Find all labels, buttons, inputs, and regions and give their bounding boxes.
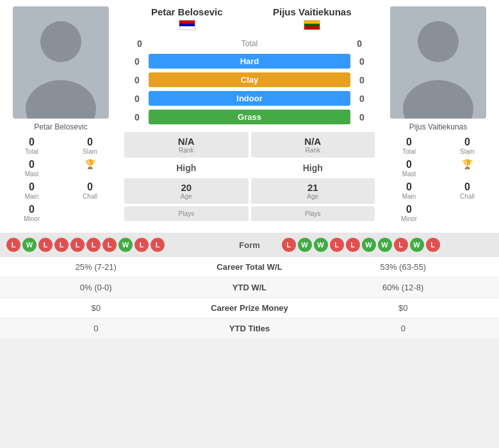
left-trophy: 🏆 — [61, 158, 119, 179]
left-info-cards: N/A Rank High 20 Age Plays — [124, 132, 249, 221]
stats-right-2: $0 — [314, 303, 493, 313]
left-plays-card: Plays — [124, 206, 249, 221]
top-names-block: Petar Belosevic Pijus Vaitiekunas — [124, 6, 375, 32]
form-badge-right: L — [426, 238, 440, 252]
stats-row: 0% (0-0) YTD W/L 60% (12-8) — [0, 278, 499, 298]
left-total-cell: 0 Total — [3, 135, 60, 156]
form-badge-left: L — [151, 238, 165, 252]
form-badge-right: L — [330, 238, 344, 252]
right-chall-cell: 0 Chall — [439, 180, 496, 201]
player-right-photo — [390, 6, 486, 119]
form-badge-right: W — [362, 238, 376, 252]
stats-left-0: 25% (7-21) — [6, 262, 186, 272]
left-slam-value: 0 — [87, 137, 93, 148]
right-rank-label: Rank — [255, 147, 372, 154]
left-mast-value: 0 — [29, 159, 35, 170]
total-label: Total — [241, 39, 258, 48]
form-badge-right: L — [394, 238, 408, 252]
form-badge-left: L — [54, 238, 69, 252]
right-mast-cell: 0 Mast — [380, 158, 438, 179]
form-section: LWLLLLLWLL Form LWWLLWWLWL — [0, 233, 499, 257]
form-badge-right: W — [378, 238, 392, 252]
stats-center-0: Career Total W/L — [186, 262, 314, 272]
left-mast-label: Mast — [25, 170, 39, 178]
trophy-icon-left: 🏆 — [85, 159, 95, 169]
player-right-name: Pijus Vaitiekunas — [409, 122, 468, 131]
left-slam-label: Slam — [83, 148, 97, 155]
player-left-stats: 0 Total 0 Slam 0 Mast 🏆 0 Main — [3, 135, 119, 224]
form-badge-left: L — [70, 238, 85, 252]
form-badge-right: L — [346, 238, 360, 252]
player-right-stats: 0 Total 0 Slam 0 Mast 🏆 0 Main — [380, 135, 496, 224]
player-left: Petar Belosevic 0 Total 0 Slam 0 Mast 🏆 — [3, 6, 119, 224]
right-trophy: 🏆 — [439, 158, 496, 179]
left-main-cell: 0 Main — [3, 180, 60, 201]
grass-right-score: 0 — [356, 112, 368, 122]
right-info-cards: N/A Rank High 21 Age Plays — [251, 132, 375, 221]
hard-row: 0 Hard 0 — [124, 54, 375, 69]
right-rank-card: N/A Rank — [251, 132, 375, 158]
player-left-name: Petar Belosevic — [34, 122, 87, 131]
players-section: Petar Belosevic 0 Total 0 Slam 0 Mast 🏆 — [0, 0, 499, 230]
svg-point-4 — [418, 21, 459, 62]
right-age-label: Age — [255, 193, 372, 200]
right-plays-card: Plays — [251, 206, 375, 221]
right-minor-value: 0 — [406, 204, 412, 215]
left-slam-cell: 0 Slam — [61, 135, 119, 156]
form-badge-left: W — [22, 238, 37, 252]
left-minor-value: 0 — [29, 204, 35, 215]
right-rank-value: N/A — [255, 136, 372, 147]
left-age-value: 20 — [128, 182, 245, 193]
left-total-label: Total — [25, 148, 38, 155]
right-mast-value: 0 — [406, 159, 412, 170]
left-chall-cell: 0 Chall — [61, 180, 119, 201]
total-right-score: 0 — [357, 38, 362, 49]
right-slam-value: 0 — [464, 137, 470, 148]
right-chall-label: Chall — [460, 193, 475, 200]
left-main-label: Main — [25, 193, 39, 200]
form-badge-left: L — [86, 238, 101, 252]
stats-left-2: $0 — [6, 303, 186, 313]
flag-serbia — [179, 20, 195, 30]
stats-right-1: 60% (12-8) — [314, 283, 493, 292]
right-main-label: Main — [402, 193, 416, 200]
stats-row: 25% (7-21) Career Total W/L 53% (63-55) — [0, 257, 499, 278]
clay-badge: Clay — [149, 72, 350, 87]
svg-point-1 — [40, 21, 81, 62]
form-badge-left: L — [38, 238, 53, 252]
right-total-value: 0 — [406, 137, 412, 148]
stats-center-1: YTD W/L — [186, 283, 314, 292]
trophy-icon-right: 🏆 — [462, 159, 473, 169]
total-left-score: 0 — [137, 38, 142, 49]
form-badge-right: W — [314, 238, 328, 252]
form-badge-right: W — [298, 238, 312, 252]
stats-row: $0 Career Prize Money $0 — [0, 298, 499, 319]
right-minor-cell: 0 Minor — [380, 203, 438, 224]
hard-badge: Hard — [149, 54, 350, 69]
form-label: Form — [218, 240, 282, 250]
center-column: Petar Belosevic Pijus Vaitiekunas 0 Tota… — [122, 6, 377, 224]
left-chall-label: Chall — [83, 193, 97, 200]
right-total-label: Total — [402, 148, 416, 155]
hard-right-score: 0 — [356, 56, 368, 67]
form-badge-left: L — [6, 238, 20, 252]
left-form-badges: LWLLLLLWLL — [6, 238, 218, 252]
indoor-row: 0 Indoor 0 — [124, 91, 375, 106]
form-badge-left: L — [102, 238, 117, 252]
left-age-card: 20 Age — [124, 178, 249, 204]
grass-row: 0 Grass 0 — [124, 110, 375, 124]
grass-badge: Grass — [149, 110, 350, 124]
left-age-label: Age — [128, 193, 245, 200]
right-chall-value: 0 — [464, 181, 470, 193]
stats-right-0: 53% (63-55) — [314, 262, 493, 272]
right-slam-cell: 0 Slam — [439, 135, 496, 156]
clay-row: 0 Clay 0 — [124, 72, 375, 87]
form-badge-left: W — [119, 238, 133, 252]
left-rank-label: Rank — [128, 147, 245, 154]
right-minor-label: Minor — [401, 215, 417, 222]
stats-left-3: 0 — [6, 324, 186, 333]
left-plays-label: Plays — [128, 210, 245, 217]
stats-right-3: 0 — [314, 324, 493, 333]
right-plays-label: Plays — [255, 210, 372, 217]
right-age-value: 21 — [255, 182, 372, 193]
